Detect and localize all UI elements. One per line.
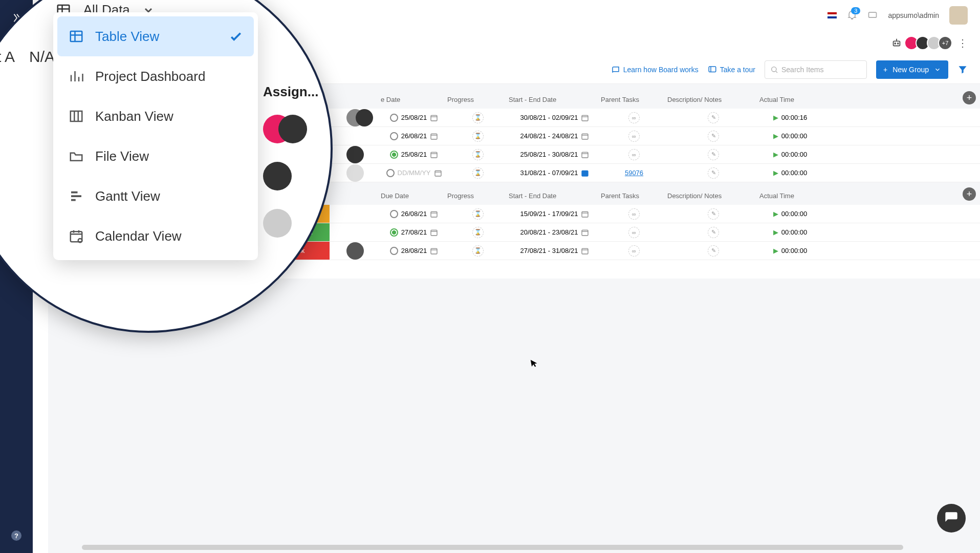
due-status-icon[interactable] xyxy=(390,210,398,218)
calendar-icon[interactable] xyxy=(434,169,442,177)
progress-icon[interactable]: ⌛ xyxy=(472,245,484,257)
due-status-icon[interactable] xyxy=(390,151,398,159)
members-more[interactable]: +7 xyxy=(938,36,952,50)
play-icon[interactable]: ▶ xyxy=(773,228,778,236)
help-icon[interactable]: ? xyxy=(11,530,21,541)
calendar-icon[interactable] xyxy=(430,114,438,122)
search-icon xyxy=(770,66,778,74)
dropdown-item-calendar[interactable]: Calendar View xyxy=(57,216,254,256)
edit-icon[interactable]: ✎ xyxy=(708,227,719,238)
link-icon[interactable]: ∞ xyxy=(628,208,640,220)
learn-link[interactable]: Learn how Board works xyxy=(611,65,699,74)
calendar-icon[interactable] xyxy=(430,151,438,159)
assignee-avatar[interactable] xyxy=(263,162,292,190)
play-icon[interactable]: ▶ xyxy=(773,132,778,140)
link-icon[interactable]: ∞ xyxy=(628,227,640,238)
play-icon[interactable]: ▶ xyxy=(773,151,778,158)
notifications-button[interactable]: 3 xyxy=(847,10,857,20)
calendar-icon[interactable] xyxy=(581,169,589,177)
due-status-icon[interactable] xyxy=(386,169,395,177)
tour-link[interactable]: Take a tour xyxy=(708,65,755,74)
svg-rect-9 xyxy=(582,134,588,139)
svg-rect-13 xyxy=(582,171,588,176)
col-desc: Description/ Notes xyxy=(667,96,759,103)
dropdown-item-gantt[interactable]: Gantt View xyxy=(57,176,254,216)
calendar-icon xyxy=(68,227,85,245)
progress-icon[interactable]: ⌛ xyxy=(472,149,484,160)
due-status-icon[interactable] xyxy=(390,114,398,122)
messages-icon[interactable] xyxy=(867,10,878,20)
col-time: Actual Time xyxy=(759,192,821,200)
due-status-icon[interactable] xyxy=(390,228,398,237)
calendar-icon[interactable] xyxy=(581,132,589,140)
progress-icon[interactable]: ⌛ xyxy=(472,167,484,179)
user-avatar[interactable] xyxy=(949,6,968,25)
col-progress: Progress xyxy=(447,192,509,200)
link-icon[interactable]: ∞ xyxy=(628,245,640,257)
add-column-button[interactable]: + xyxy=(963,187,976,201)
learn-link-label: Learn how Board works xyxy=(623,66,699,74)
link-icon[interactable]: ∞ xyxy=(628,149,640,160)
calendar-icon[interactable] xyxy=(581,228,589,237)
calendar-icon[interactable] xyxy=(581,151,589,159)
col-parent: Parent Tasks xyxy=(601,192,667,200)
board-members[interactable]: +7 xyxy=(907,36,952,50)
search-input[interactable]: Search Items xyxy=(765,60,867,79)
calendar-icon[interactable] xyxy=(581,247,589,255)
due-status-icon[interactable] xyxy=(390,247,398,255)
play-icon[interactable]: ▶ xyxy=(773,114,778,121)
edit-icon[interactable]: ✎ xyxy=(708,131,719,142)
cursor-icon xyxy=(529,357,540,370)
edit-icon[interactable]: ✎ xyxy=(708,245,719,257)
view-dropdown: Table View Project Dashboard Kanban View… xyxy=(53,12,258,260)
calendar-icon[interactable] xyxy=(430,132,438,140)
due-status-icon[interactable] xyxy=(390,132,398,140)
svg-rect-10 xyxy=(431,152,437,158)
progress-icon[interactable]: ⌛ xyxy=(472,112,484,123)
assignee-avatar[interactable] xyxy=(278,115,307,143)
assignee-avatar[interactable] xyxy=(346,164,364,182)
calendar-icon[interactable] xyxy=(430,210,438,218)
edit-icon[interactable]: ✎ xyxy=(708,149,719,160)
dropdown-item-table-view[interactable]: Table View xyxy=(57,16,254,56)
progress-icon[interactable]: ⌛ xyxy=(472,227,484,238)
robot-icon[interactable] xyxy=(891,37,902,49)
col-desc: Description/ Notes xyxy=(667,192,759,200)
link-icon[interactable]: ∞ xyxy=(628,112,640,123)
flag-icon[interactable] xyxy=(827,12,837,18)
col-due: e Date xyxy=(381,96,447,103)
play-icon[interactable]: ▶ xyxy=(773,169,778,177)
svg-rect-21 xyxy=(71,31,82,41)
filter-icon[interactable] xyxy=(957,65,968,75)
calendar-icon[interactable] xyxy=(581,210,589,218)
progress-icon[interactable]: ⌛ xyxy=(472,131,484,142)
board-menu-icon[interactable]: ⋮ xyxy=(957,37,968,49)
parent-task-link[interactable]: 59076 xyxy=(625,169,643,177)
dropdown-item-dashboard[interactable]: Project Dashboard xyxy=(57,56,254,96)
dropdown-item-file[interactable]: File View xyxy=(57,136,254,176)
new-group-button[interactable]: + New Group xyxy=(876,60,948,79)
horizontal-scrollbar[interactable] xyxy=(82,545,903,550)
link-icon[interactable]: ∞ xyxy=(628,131,640,142)
calendar-icon[interactable] xyxy=(430,247,438,255)
col-startend: Start - End Date xyxy=(509,96,601,103)
edit-icon[interactable]: ✎ xyxy=(708,208,719,220)
play-icon[interactable]: ▶ xyxy=(773,247,778,254)
assignee-avatar[interactable] xyxy=(346,242,364,260)
support-chat-button[interactable] xyxy=(937,504,966,533)
assignee-avatar[interactable] xyxy=(346,146,364,163)
svg-rect-17 xyxy=(582,230,588,236)
assignee-avatar[interactable] xyxy=(263,209,292,238)
progress-icon[interactable]: ⌛ xyxy=(472,208,484,220)
dropdown-item-kanban[interactable]: Kanban View xyxy=(57,96,254,136)
edit-icon[interactable]: ✎ xyxy=(708,112,719,123)
calendar-icon[interactable] xyxy=(581,114,589,122)
calendar-icon[interactable] xyxy=(430,228,438,237)
play-icon[interactable]: ▶ xyxy=(773,210,778,218)
add-column-button[interactable]: + xyxy=(963,91,976,104)
col-startend: Start - End Date xyxy=(509,192,601,200)
dashboard-icon xyxy=(68,68,85,85)
edit-icon[interactable]: ✎ xyxy=(708,167,719,179)
notification-count: 3 xyxy=(851,7,860,14)
assignee-avatar[interactable] xyxy=(346,109,364,126)
